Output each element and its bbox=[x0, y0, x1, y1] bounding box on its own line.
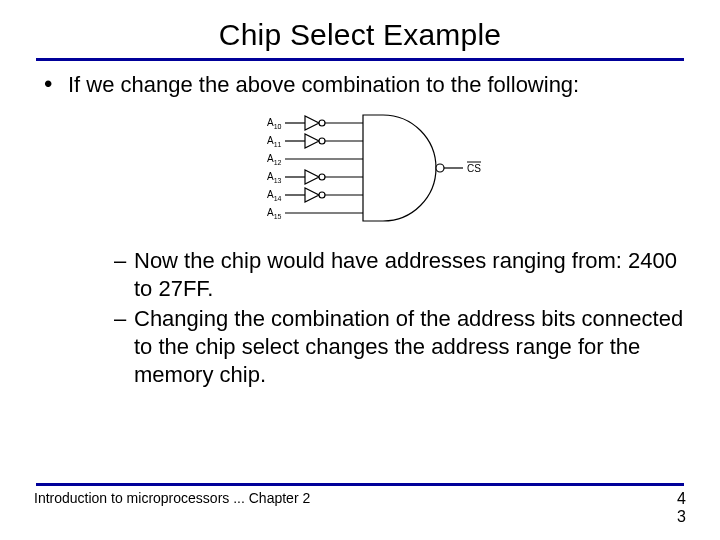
sub-bullet: – Now the chip would have addresses rang… bbox=[114, 247, 686, 303]
title-rule bbox=[36, 58, 684, 61]
label-a12: A12 bbox=[267, 153, 282, 166]
footer-rule bbox=[36, 483, 684, 486]
nand-gate-diagram: A10 A11 A12 A13 A14 A15 CS bbox=[245, 105, 485, 233]
svg-point-11 bbox=[319, 192, 325, 198]
label-a11: A11 bbox=[267, 135, 282, 148]
label-a15: A15 bbox=[267, 207, 282, 220]
svg-point-14 bbox=[436, 164, 444, 172]
page-number: 4 3 bbox=[677, 490, 686, 526]
label-a10: A10 bbox=[267, 117, 282, 130]
sub-bullet-text: Now the chip would have addresses rangin… bbox=[134, 247, 686, 303]
sub-bullet: – Changing the combination of the addres… bbox=[114, 305, 686, 389]
svg-point-8 bbox=[319, 174, 325, 180]
bullet-text: If we change the above combination to th… bbox=[68, 71, 579, 99]
circuit-diagram: A10 A11 A12 A13 A14 A15 CS bbox=[44, 105, 686, 237]
slide-footer: Introduction to microprocessors ... Chap… bbox=[34, 479, 686, 526]
page-number-bottom: 3 bbox=[677, 508, 686, 526]
bullet-level1: • If we change the above combination to … bbox=[44, 71, 686, 99]
sub-bullet-group: – Now the chip would have addresses rang… bbox=[44, 247, 686, 389]
label-cs: CS bbox=[467, 163, 481, 174]
dash-icon: – bbox=[114, 305, 134, 389]
footer-left-text: Introduction to microprocessors ... Chap… bbox=[34, 490, 310, 526]
label-a14: A14 bbox=[267, 189, 282, 202]
label-a13: A13 bbox=[267, 171, 282, 184]
svg-point-1 bbox=[319, 120, 325, 126]
dash-icon: – bbox=[114, 247, 134, 303]
svg-point-4 bbox=[319, 138, 325, 144]
page-number-top: 4 bbox=[677, 490, 686, 508]
slide-title: Chip Select Example bbox=[34, 18, 686, 52]
sub-bullet-text: Changing the combination of the address … bbox=[134, 305, 686, 389]
slide-content: • If we change the above combination to … bbox=[34, 71, 686, 389]
bullet-dot-icon: • bbox=[44, 71, 68, 99]
